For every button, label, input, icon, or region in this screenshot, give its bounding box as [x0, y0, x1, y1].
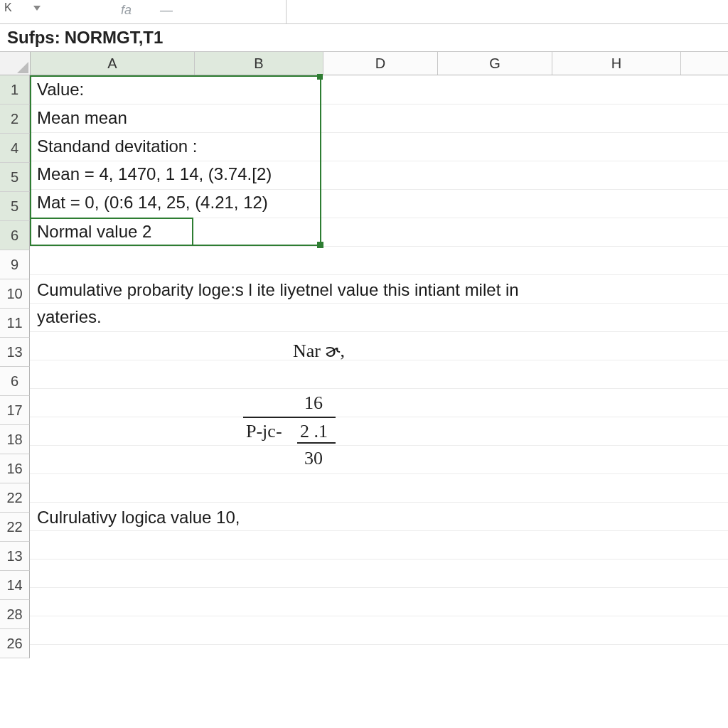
toolbar-faint-icons: fa — — [121, 3, 173, 18]
svg-marker-0 — [17, 62, 28, 73]
column-header-B[interactable]: B — [195, 52, 323, 75]
row-header[interactable]: 28 — [0, 600, 30, 629]
cell-a3[interactable]: Standand devitation : — [37, 136, 198, 156]
fraction-bar-top — [243, 417, 336, 418]
toolbar-icon-2[interactable]: — — [160, 3, 173, 18]
row-header[interactable]: 17 — [0, 396, 30, 425]
select-all-triangle-icon — [17, 62, 28, 73]
name-box-area: K — [4, 1, 41, 14]
row-header[interactable]: 5 — [0, 192, 30, 221]
row-header[interactable]: 5 — [0, 163, 30, 192]
cell-a2[interactable]: Mean mean — [37, 108, 127, 128]
name-box-dropdown-icon[interactable] — [33, 6, 41, 11]
select-all-corner[interactable] — [0, 52, 31, 75]
row-header[interactable]: 22 — [0, 513, 30, 542]
row-header[interactable]: 13 — [0, 542, 30, 571]
row-header[interactable]: 26 — [0, 629, 30, 658]
row-header[interactable]: 4 — [0, 134, 30, 163]
column-header-A[interactable]: A — [31, 52, 195, 75]
row-header[interactable]: 6 — [0, 221, 30, 250]
cell-a10[interactable]: Cumulative probarity loge:s l ite liyetn… — [37, 280, 519, 300]
cell-a1[interactable]: Value: — [37, 80, 84, 100]
row-header-column: 1 2 4 5 5 6 9 10 11 13 6 17 18 16 22 22 … — [0, 75, 30, 658]
selection-handle-tr[interactable] — [317, 74, 323, 80]
row-header[interactable]: 22 — [0, 483, 30, 513]
toolbar-divider — [286, 0, 287, 23]
name-box-letter[interactable]: K — [4, 1, 12, 14]
fraction-mid: 2 .1 — [300, 419, 328, 444]
cells-area[interactable]: Value: Mean mean Standand devitation : M… — [30, 75, 728, 658]
column-header-D[interactable]: D — [323, 52, 438, 75]
cell-a4[interactable]: Mean = 4, 1470, 1 14, (3.74.[2) — [37, 164, 272, 184]
row-header[interactable]: 18 — [0, 425, 30, 454]
column-header-rest[interactable] — [681, 52, 728, 75]
row-header[interactable]: 13 — [0, 338, 30, 367]
row-header[interactable]: 9 — [0, 250, 30, 279]
ribbon-strip: K fa — — [0, 0, 728, 24]
fraction-bar-bottom — [297, 442, 336, 444]
spreadsheet[interactable]: A B D G H 1 2 4 5 5 6 9 10 11 13 6 17 18… — [0, 52, 728, 728]
cell-a5[interactable]: Mat = 0, (0:6 14, 25, (4.21, 12) — [37, 193, 268, 213]
cell-a11[interactable]: yateries. — [37, 307, 102, 327]
fraction-numerator: 16 — [304, 391, 323, 415]
selection-fill-handle[interactable] — [317, 242, 323, 248]
formula-bar-label: Sufps: — [7, 28, 60, 48]
row-header[interactable]: 1 — [0, 75, 30, 105]
cell-a6[interactable]: Normal value 2 — [37, 222, 151, 242]
row-header[interactable]: 6 — [0, 367, 30, 396]
cell-a22[interactable]: Culrulativy logica value 10, — [37, 508, 240, 528]
column-header-H[interactable]: H — [552, 52, 681, 75]
nar-label: Nar ɚ, — [293, 340, 345, 362]
fraction-denominator: 30 — [304, 446, 323, 471]
row-header[interactable]: 16 — [0, 454, 30, 483]
row-header[interactable]: 2 — [0, 105, 30, 134]
toolbar-icon-1[interactable]: fa — [121, 3, 132, 18]
row-header[interactable]: 14 — [0, 571, 30, 600]
fraction-prefix: P-jc- — [246, 419, 282, 444]
formula-bar-value[interactable]: NORMGT,T1 — [65, 28, 164, 48]
fraction-block: 16 P-jc- 2 .1 30 — [229, 391, 371, 476]
column-header-G[interactable]: G — [438, 52, 552, 75]
formula-bar[interactable]: Sufps: NORMGT,T1 — [0, 24, 728, 52]
row-header[interactable]: 10 — [0, 279, 30, 309]
row-header[interactable]: 11 — [0, 309, 30, 338]
column-header-row: A B D G H — [0, 52, 728, 75]
